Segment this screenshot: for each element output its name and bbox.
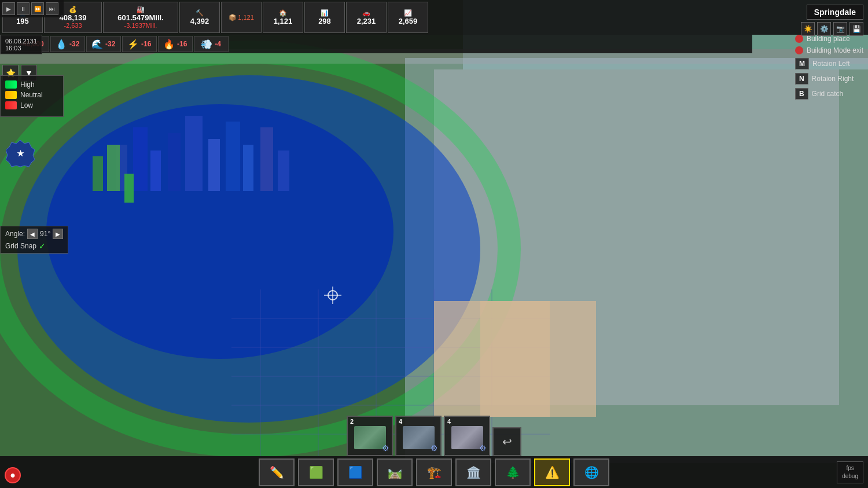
monument-tool-button[interactable]: 🏛️ — [455, 458, 491, 486]
grid-snap-check: ✓ — [39, 241, 46, 251]
stop-icon: ● — [10, 470, 16, 480]
svg-rect-27 — [243, 145, 253, 191]
build-tool-button[interactable]: 🏗️ — [416, 458, 452, 486]
building-item-2[interactable]: 4 ⚙ — [395, 416, 442, 456]
resource-water1: 💧 -32 — [50, 36, 85, 52]
energy1-icon: ⚡ — [127, 39, 139, 50]
svg-rect-24 — [185, 116, 203, 191]
legend-low: Low — [5, 101, 58, 109]
building-count-2: 4 — [399, 418, 402, 425]
building-place-dot — [795, 35, 803, 43]
building-item-3[interactable]: 4 ⚙ — [444, 416, 490, 456]
hazard-tool-button[interactable]: ⚠️ — [534, 458, 570, 486]
production-icon: 🏭 — [137, 6, 145, 13]
zone-tool-icon: 🟩 — [309, 465, 323, 479]
skip-button[interactable]: ⏭ — [46, 2, 58, 15]
building-exit-dot — [795, 46, 803, 54]
bottom-toolbar: ✏️ 🟩 🟦 🛤️ 🏗️ 🏛️ 🌲 ⚠️ 🌐 — [0, 456, 868, 488]
svg-rect-31 — [107, 145, 120, 191]
angle-decrease-button[interactable]: ◀ — [27, 229, 38, 239]
svg-rect-30 — [93, 156, 103, 191]
tools-stat: 🔨 4,392 — [179, 2, 220, 33]
vehicles-icon: 🚗 — [362, 9, 370, 17]
growth-value: 2,659 — [399, 17, 418, 25]
legend-high: High — [5, 80, 58, 89]
building-exit-label: Building Mode exit — [807, 46, 863, 54]
monument-tool-icon: 🏛️ — [466, 465, 481, 479]
datetime-panel: 06.08.2131 16:03 — [0, 35, 42, 54]
fps-debug-button[interactable]: fps debug — [837, 461, 863, 483]
building-preview-2 — [403, 426, 435, 449]
materials-delta: 1,121 — [238, 14, 254, 21]
game-viewport — [0, 0, 868, 488]
water1-value: -32 — [69, 40, 79, 48]
svg-rect-0 — [0, 0, 868, 488]
svg-point-6 — [46, 104, 393, 359]
svg-text:★: ★ — [17, 149, 24, 158]
top-hud: 👤 195 💰 408,139 -2,633 🏭 601.5479Mill. -… — [0, 0, 868, 35]
svg-rect-32 — [124, 174, 134, 203]
sun-button[interactable]: ☀️ — [801, 22, 815, 36]
legend-high-label: High — [20, 80, 35, 89]
air-value: -4 — [215, 40, 221, 48]
settings-icons-panel: ☀️ ⚙️ 📷 💾 — [801, 22, 863, 36]
grid-catch-key: B — [795, 88, 808, 100]
money-sub: -2,633 — [64, 22, 82, 29]
housing-icon: 🏠 — [279, 9, 287, 17]
hazard-tool-icon: ⚠️ — [545, 465, 560, 479]
stop-button[interactable]: ● — [5, 467, 21, 483]
housing-stat: 🏠 1,121 — [263, 2, 303, 33]
globe-tool-button[interactable]: 🌐 — [573, 458, 609, 486]
svg-rect-26 — [226, 122, 240, 191]
camera-button[interactable]: 📷 — [833, 22, 847, 36]
housing-value: 1,121 — [274, 17, 293, 25]
building-expand-button[interactable]: ↩ — [492, 427, 521, 456]
building-item-1[interactable]: 2 ⚙ — [347, 416, 393, 456]
rotate-right-key: N — [795, 73, 808, 85]
svg-point-33 — [328, 291, 337, 300]
svg-point-5 — [17, 75, 480, 423]
svg-rect-29 — [278, 151, 289, 191]
water-tool-button[interactable]: 🟦 — [337, 458, 373, 486]
resource-water2: 🌊 -32 — [86, 36, 121, 52]
svg-rect-22 — [150, 151, 161, 191]
fast-button[interactable]: ⏩ — [31, 2, 44, 15]
pencil-tool-button[interactable]: ✏️ — [259, 458, 295, 486]
legend-low-color — [5, 101, 17, 109]
resource-energy2: 🔥 -16 — [158, 36, 193, 52]
shortcut-rotate-left: M Rotaion Left — [795, 58, 863, 69]
air-icon: 💨 — [201, 39, 212, 50]
pause-button[interactable]: ⏸ — [17, 2, 30, 15]
play-button[interactable]: ▶ — [2, 2, 15, 15]
rotate-left-key: M — [795, 58, 809, 69]
resource-bar: 🔌 -40,000 💧 -32 🌊 -32 ⚡ -16 🔥 -16 💨 -4 — [0, 35, 752, 53]
materials-icon: 📦 — [229, 14, 237, 21]
road-tool-button[interactable]: 🛤️ — [377, 458, 413, 486]
materials-stat: 📦 1,121 — [221, 2, 262, 33]
water2-value: -32 — [105, 40, 115, 48]
badge-svg: ★ — [6, 139, 35, 168]
pencil-tool-icon: ✏️ — [270, 465, 284, 479]
debug-label: debug — [842, 472, 858, 480]
angle-increase-button[interactable]: ▶ — [53, 229, 63, 239]
legend-low-label: Low — [20, 101, 33, 109]
legend-neutral-color — [5, 91, 17, 99]
legend-neutral-label: Neutral — [20, 91, 43, 99]
energy1-value: -16 — [141, 40, 151, 48]
settings-button[interactable]: ⚙️ — [817, 22, 831, 36]
city-overlay — [0, 46, 550, 463]
build-tool-icon: 🏗️ — [427, 465, 442, 479]
production-value: 601.5479Mill. — [117, 13, 164, 22]
shortcut-building-exit: Building Mode exit — [795, 46, 863, 54]
energy2-value: -16 — [177, 40, 187, 48]
nature-tool-button[interactable]: 🌲 — [495, 458, 531, 486]
building-count-3: 4 — [447, 418, 451, 425]
zone-tool-button[interactable]: 🟩 — [298, 458, 334, 486]
building-place-label: Building place — [807, 35, 850, 43]
water-tool-icon: 🟦 — [348, 465, 363, 479]
water1-icon: 💧 — [56, 39, 67, 50]
building-gear-2: ⚙ — [431, 443, 438, 453]
save-button[interactable]: 💾 — [849, 22, 863, 36]
resource-air: 💨 -4 — [194, 36, 229, 52]
growth-icon: 📈 — [404, 9, 412, 17]
